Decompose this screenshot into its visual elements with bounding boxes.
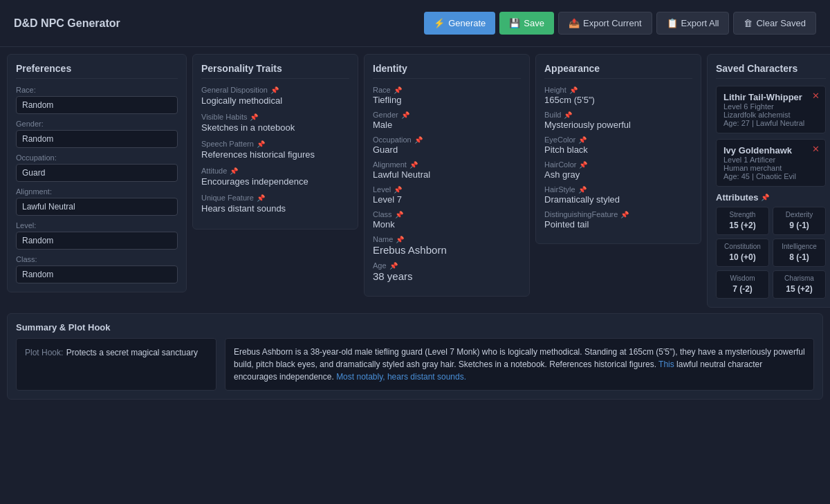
- pin-icon-0[interactable]: 📌: [270, 86, 279, 94]
- personality-traits-panel: Personality Traits General Disposition 📌…: [192, 54, 358, 230]
- identity-value-7: 38 years: [373, 270, 521, 282]
- header: D&D NPC Generator ⚡ Generate 💾 Save 📤 Ex…: [0, 0, 830, 47]
- appearance-panel: Appearance Height 📌 165cm (5'5") Build 📌…: [535, 54, 701, 244]
- pin-icon-id-4[interactable]: 📌: [394, 186, 402, 194]
- race-label: Race:: [16, 86, 178, 94]
- trait-label-2: Speech Pattern 📌: [201, 140, 349, 148]
- level-label: Level:: [16, 221, 178, 230]
- saved-card-1[interactable]: ✕ Ivy Goldenhawk Level 1 Artificer Human…: [716, 139, 826, 187]
- appearance-field-2: EyeColor 📌 Pitch black: [544, 136, 692, 155]
- summary-content: Plot Hook: Protects a secret magical san…: [16, 338, 814, 391]
- class-select[interactable]: Random: [16, 265, 178, 283]
- pin-icon-id-5[interactable]: 📌: [395, 211, 403, 218]
- appearance-title: Appearance: [544, 63, 692, 79]
- preferences-panel: Preferences Race: Random Gender: Random …: [7, 54, 187, 292]
- occupation-select[interactable]: Guard: [16, 164, 178, 182]
- save-icon: 💾: [509, 18, 520, 28]
- identity-value-3: Lawful Neutral: [373, 169, 521, 180]
- saved-card-0[interactable]: ✕ Lithir Tail-Whipper Level 6 Fighter Li…: [716, 86, 826, 133]
- saved-card-close-0[interactable]: ✕: [812, 91, 820, 101]
- identity-value-5: Monk: [373, 219, 521, 230]
- pin-icon-id-3[interactable]: 📌: [409, 161, 418, 169]
- pin-icon-2[interactable]: 📌: [257, 140, 265, 148]
- trait-item: General Disposition 📌 Logically methodic…: [201, 86, 349, 106]
- plot-hook-label: Plot Hook:: [25, 348, 63, 357]
- pin-icon-app-1[interactable]: 📌: [564, 111, 572, 119]
- attr-cell-0: Strength 15 (+2): [716, 207, 769, 235]
- appearance-value-4: Dramatically styled: [544, 194, 692, 205]
- pin-icon-3[interactable]: 📌: [230, 167, 238, 175]
- saved-card-age-0: Age: 27 | Lawful Neutral: [723, 119, 818, 127]
- saved-card-level-1: Level 1 Artificer: [723, 156, 818, 164]
- pin-icon-app-3[interactable]: 📌: [579, 161, 587, 169]
- clear-saved-button[interactable]: 🗑 Clear Saved: [733, 12, 816, 35]
- summary-panel: Summary & Plot Hook Plot Hook: Protects …: [7, 313, 823, 400]
- narrative-text: Erebus Ashborn is a 38-year-old male tie…: [234, 347, 805, 382]
- attr-cell-2: Constitution 10 (+0): [716, 239, 769, 267]
- personality-traits-title: Personality Traits: [201, 63, 349, 79]
- appearance-field-4: HairStyle 📌 Dramatically styled: [544, 185, 692, 205]
- trait-label-4: Unique Feature 📌: [201, 194, 349, 202]
- identity-field-4: Level 📌 Level 7: [373, 185, 521, 205]
- pin-icon-app-4[interactable]: 📌: [578, 186, 587, 194]
- pin-icon-app-0[interactable]: 📌: [569, 86, 578, 94]
- identity-value-0: Tiefling: [373, 95, 521, 105]
- export-current-icon: 📤: [569, 18, 580, 28]
- identity-field-6: Name 📌 Erebus Ashborn: [373, 235, 521, 256]
- trait-value-1: Sketches in a notebook: [201, 122, 349, 133]
- saved-characters-panel: Saved Characters ✕ Lithir Tail-Whipper L…: [707, 54, 830, 308]
- trait-item-2: Speech Pattern 📌 References historical f…: [201, 140, 349, 160]
- trait-value-0: Logically methodical: [201, 95, 349, 106]
- saved-card-close-1[interactable]: ✕: [812, 144, 820, 154]
- save-button[interactable]: 💾 Save: [499, 12, 554, 35]
- appearance-field-1: Build 📌 Mysteriously powerful: [544, 111, 692, 130]
- appearance-field-0: Height 📌 165cm (5'5"): [544, 86, 692, 105]
- race-select[interactable]: Random: [16, 96, 178, 114]
- narrative-box: Erebus Ashborn is a 38-year-old male tie…: [225, 338, 814, 391]
- top-panels: Preferences Race: Random Gender: Random …: [7, 54, 823, 308]
- pin-icon-app-5[interactable]: 📌: [620, 211, 629, 218]
- pin-icon-1[interactable]: 📌: [250, 113, 258, 121]
- appearance-field-5: DistinguishingFeature 📌 Pointed tail: [544, 210, 692, 230]
- export-all-button[interactable]: 📋 Export All: [656, 12, 730, 35]
- trait-value-4: Hears distant sounds: [201, 203, 349, 214]
- pin-icon-id-2[interactable]: 📌: [414, 136, 423, 144]
- trait-value-3: Encourages independence: [201, 176, 349, 187]
- pin-icon-app-2[interactable]: 📌: [578, 136, 587, 144]
- appearance-value-2: Pitch black: [544, 144, 692, 155]
- export-current-button[interactable]: 📤 Export Current: [558, 12, 652, 35]
- trait-label-0: General Disposition 📌: [201, 86, 349, 94]
- trait-label-3: Attitude 📌: [201, 167, 349, 175]
- identity-field-7: Age 📌 38 years: [373, 261, 521, 282]
- narrative-highlight: This: [658, 360, 674, 369]
- alignment-select[interactable]: Lawful Neutral: [16, 198, 178, 216]
- generate-button[interactable]: ⚡ Generate: [424, 12, 495, 35]
- saved-card-race-0: Lizardfolk alchemist: [723, 111, 818, 119]
- pin-icon-attrs[interactable]: 📌: [761, 194, 769, 201]
- saved-characters-title: Saved Characters: [716, 63, 826, 79]
- gender-select[interactable]: Random: [16, 130, 178, 148]
- identity-value-2: Guard: [373, 144, 521, 155]
- pin-icon-id-6[interactable]: 📌: [396, 236, 404, 243]
- pin-icon-id-1[interactable]: 📌: [401, 111, 409, 119]
- appearance-value-5: Pointed tail: [544, 219, 692, 230]
- attributes-title: Attributes 📌: [716, 192, 826, 203]
- pin-icon-id-7[interactable]: 📌: [389, 262, 398, 270]
- identity-field-0: Race 📌 Tiefling: [373, 86, 521, 105]
- saved-card-level-0: Level 6 Fighter: [723, 102, 818, 111]
- pin-icon-4[interactable]: 📌: [257, 194, 265, 202]
- pin-icon-id-0[interactable]: 📌: [394, 86, 402, 94]
- export-all-icon: 📋: [667, 18, 678, 28]
- plot-hook-box: Plot Hook: Protects a secret magical san…: [16, 338, 216, 391]
- appearance-value-1: Mysteriously powerful: [544, 120, 692, 130]
- plot-hook-value: Protects a secret magical sanctuary: [66, 348, 198, 357]
- identity-field-2: Occupation 📌 Guard: [373, 136, 521, 155]
- identity-field-1: Gender 📌 Male: [373, 111, 521, 130]
- gender-label: Gender:: [16, 120, 178, 128]
- saved-card-age-1: Age: 45 | Chaotic Evil: [723, 172, 818, 180]
- occupation-label: Occupation:: [16, 153, 178, 162]
- trait-item-4: Unique Feature 📌 Hears distant sounds: [201, 194, 349, 214]
- trait-label-1: Visible Habits 📌: [201, 113, 349, 121]
- appearance-field-3: HairColor 📌 Ash gray: [544, 160, 692, 180]
- level-select[interactable]: Random: [16, 232, 178, 250]
